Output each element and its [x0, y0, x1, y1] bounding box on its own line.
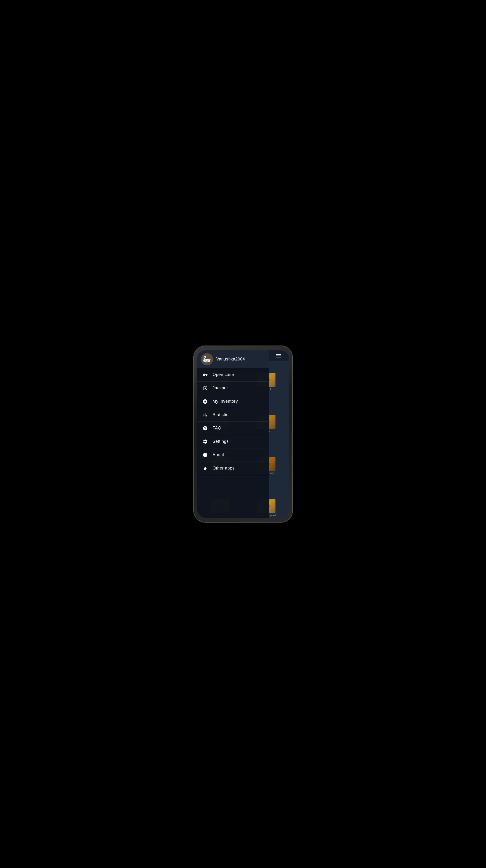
key-icon [202, 372, 208, 378]
menu-label-my-inventory: My inventory [213, 399, 238, 404]
star-icon [202, 465, 208, 472]
menu-item-jackpot[interactable]: Jackpot [197, 381, 269, 395]
menu-item-other-apps[interactable]: Other apps [197, 462, 269, 475]
dollar-circle-icon [202, 398, 208, 405]
menu-label-statistic: Statistic [213, 412, 229, 417]
menu-item-settings[interactable]: Settings [197, 435, 269, 448]
menu-label-faq: FAQ [213, 426, 222, 431]
menu-label-about: About [213, 453, 224, 457]
menu-item-faq[interactable]: FAQ [197, 422, 269, 435]
hamburger-line-2 [276, 355, 281, 356]
bar-chart-icon [202, 412, 208, 418]
avatar: 🦢 [201, 353, 213, 365]
menu-item-my-inventory[interactable]: My inventory [197, 395, 269, 408]
menu-item-statistic[interactable]: Statistic [197, 408, 269, 422]
side-btn-2 [292, 394, 293, 401]
gear-icon [202, 438, 208, 445]
menu-label-jackpot: Jackpot [213, 385, 228, 391]
profile-header: 🦢 Vanushka2004 [197, 350, 269, 368]
question-circle-icon [202, 425, 208, 432]
menu-list: Open case Jackpot [197, 368, 269, 518]
circle-dot-icon [202, 385, 208, 392]
side-btn-1 [292, 384, 293, 391]
top-bar[interactable] [268, 350, 289, 361]
username: Vanushka2004 [216, 357, 245, 362]
side-buttons [292, 384, 293, 401]
menu-item-about[interactable]: About [197, 448, 269, 462]
menu-label-other-apps: Other apps [213, 466, 235, 471]
menu-label-settings: Settings [213, 439, 229, 444]
info-circle-icon [202, 452, 208, 458]
phone-frame: Gamma Chroma 3 Chroma 2 Chroma Clutch Ca… [194, 346, 292, 522]
menu-label-open-case: Open case [213, 372, 234, 377]
screen: Gamma Chroma 3 Chroma 2 Chroma Clutch Ca… [197, 350, 289, 518]
menu-item-open-case[interactable]: Open case [197, 368, 269, 381]
hamburger-line-3 [276, 357, 281, 358]
navigation-drawer: 🦢 Vanushka2004 Open case [197, 350, 269, 518]
hamburger-line-1 [276, 354, 281, 354]
hamburger-button[interactable] [276, 354, 281, 358]
